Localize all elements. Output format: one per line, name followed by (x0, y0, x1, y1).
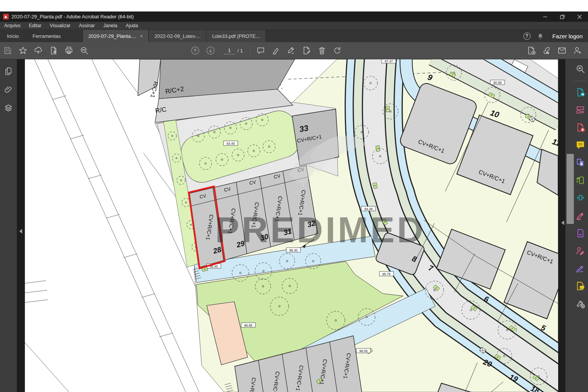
svg-text:97.47: 97.47 (385, 59, 393, 63)
compress-pdf-icon[interactable] (574, 191, 587, 204)
doc-tab-label: 2022-02-09_Lotes-... (154, 33, 201, 39)
toolbar-separator (250, 46, 250, 56)
menu-bar: Arquivo Editar Visualizar Assinar Janela… (0, 22, 588, 30)
collapse-right-panel-icon[interactable] (561, 220, 564, 225)
rotate-page-button[interactable] (330, 44, 345, 57)
svg-text:93.40: 93.40 (227, 142, 235, 145)
tab-tools[interactable]: Ferramentas (26, 30, 68, 42)
tab-close-icon[interactable]: × (140, 33, 143, 39)
sign-in-button[interactable]: Fazer logon (552, 33, 583, 39)
acrobat-logo-icon (3, 14, 9, 20)
request-signatures-icon[interactable] (574, 244, 587, 257)
menu-editar[interactable]: Editar (24, 23, 46, 28)
export-pdf-toolbar-button[interactable] (524, 44, 539, 57)
export-pdf-icon[interactable] (574, 86, 587, 99)
menu-visualizar[interactable]: Visualizar (46, 23, 75, 28)
comment-tool-button[interactable] (253, 44, 268, 57)
share-with-people-button[interactable] (570, 44, 585, 57)
svg-text:PREDIMED: PREDIMED (215, 209, 425, 250)
right-tools-panel (565, 59, 588, 392)
doc-tab-planta[interactable]: 2020-07-29_Planta.... × (83, 30, 149, 42)
doc-tab-label: 2020-07-29_Planta.... (88, 33, 136, 39)
delete-pages-button[interactable] (314, 44, 330, 57)
organize-pages-icon[interactable] (574, 103, 587, 116)
tab-home[interactable]: Início (0, 30, 26, 42)
notifications-bell-icon[interactable] (537, 33, 544, 40)
left-panel (0, 59, 17, 392)
attachments-paperclip-icon[interactable] (2, 83, 15, 96)
restore-button[interactable] (554, 11, 571, 22)
acrobat-window: 2020-07-29_Planta.pdf - Adobe Acrobat Re… (0, 0, 588, 392)
comment-icon[interactable] (574, 139, 587, 152)
fill-sign-icon[interactable] (574, 209, 587, 222)
marquee-zoom-icon[interactable] (574, 62, 587, 75)
svg-text:95.75: 95.75 (382, 272, 391, 276)
next-page-button[interactable] (203, 44, 218, 57)
svg-text:96.85: 96.85 (244, 323, 253, 327)
search-button[interactable] (77, 44, 92, 57)
main-toolbar: / 1 (0, 42, 588, 59)
save-button[interactable] (0, 44, 15, 57)
document-gutter-right (558, 59, 565, 392)
collapse-left-panel-icon[interactable] (19, 229, 22, 234)
window-title: 2020-07-29_Planta.pdf - Adobe Acrobat Re… (11, 14, 134, 20)
sign-pen-tool-button[interactable] (284, 44, 299, 57)
document-gutter-left (17, 59, 25, 392)
previous-page-button[interactable] (188, 44, 203, 57)
page-number-input[interactable] (224, 47, 235, 54)
certificates-icon[interactable] (574, 262, 587, 275)
edit-pdf-icon[interactable] (574, 174, 587, 187)
doc-tab-lotes[interactable]: 2022-02-09_Lotes-... (149, 30, 206, 42)
page-total-label: / 1 (237, 48, 243, 54)
menu-janela[interactable]: Janela (99, 23, 122, 28)
send-email-button[interactable] (554, 44, 570, 57)
combine-files-icon[interactable] (574, 156, 587, 169)
highlighter-tool-button[interactable] (268, 44, 284, 57)
minimize-button[interactable] (536, 11, 554, 22)
prepare-form-icon[interactable] (574, 227, 587, 240)
svg-text:33: 33 (299, 123, 309, 134)
share-link-button[interactable] (539, 44, 554, 57)
menu-arquivo[interactable]: Arquivo (0, 23, 24, 28)
close-button[interactable] (571, 11, 588, 22)
page-thumbnails-icon[interactable] (2, 65, 15, 78)
fill-sign-tool-button[interactable] (299, 44, 314, 57)
menu-ajuda[interactable]: Ajuda (122, 23, 142, 28)
create-pdf-icon[interactable] (574, 121, 587, 134)
menu-assinar[interactable]: Assinar (75, 23, 99, 28)
doc-tab-label: Lote33.pdf (PROTE... (212, 33, 260, 39)
vertical-scrollbar-thumb[interactable] (567, 154, 574, 224)
doc-tab-lote33[interactable]: Lote33.pdf (PROTE... (207, 30, 265, 42)
review-icon[interactable] (574, 279, 587, 292)
layers-icon[interactable] (2, 101, 15, 114)
pdf-page[interactable]: 97.47 90.99 93.40 94.49 95.40 95.40 95.7… (25, 59, 558, 392)
star-favorites-button[interactable] (15, 44, 31, 57)
svg-text:96.05: 96.05 (359, 349, 368, 353)
help-icon[interactable]: ? (523, 33, 531, 40)
cloud-upload-button[interactable] (31, 44, 46, 57)
svg-text:90.99: 90.99 (493, 81, 502, 85)
more-tools-icon[interactable] (574, 297, 587, 310)
panel-divider (574, 81, 586, 81)
desktop-margin (0, 0, 588, 11)
title-bar[interactable]: 2020-07-29_Planta.pdf - Adobe Acrobat Re… (0, 11, 588, 22)
protected-file-button[interactable] (46, 44, 61, 57)
site-plan-drawing: 97.47 90.99 93.40 94.49 95.40 95.40 95.7… (25, 59, 558, 392)
print-button[interactable] (61, 44, 77, 57)
tab-bar: Início Ferramentas 2020-07-29_Planta....… (0, 30, 588, 42)
